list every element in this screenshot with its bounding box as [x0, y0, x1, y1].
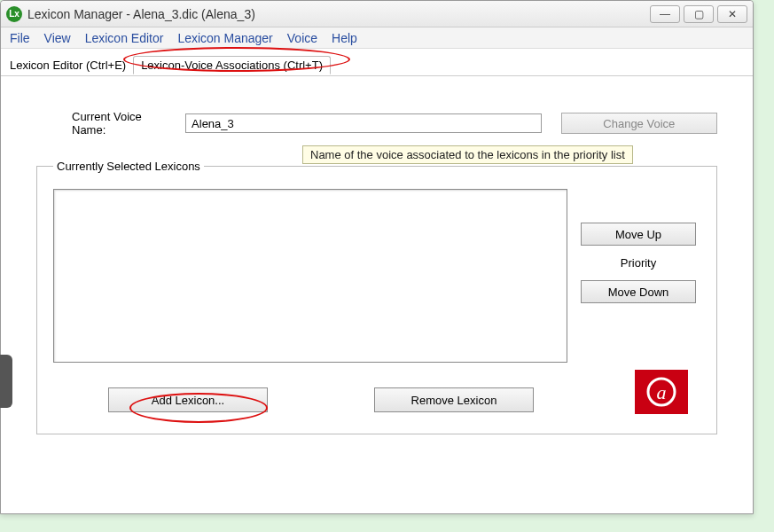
close-button[interactable]: ✕: [717, 5, 747, 23]
menu-lexicon-manager[interactable]: Lexicon Manager: [177, 31, 272, 45]
svg-text:a: a: [657, 381, 667, 403]
move-down-button[interactable]: Move Down: [581, 280, 696, 303]
maximize-button[interactable]: ▢: [684, 5, 714, 23]
lexicon-listbox[interactable]: [53, 189, 567, 363]
remove-lexicon-button[interactable]: Remove Lexicon: [374, 387, 534, 412]
minimize-button[interactable]: —: [650, 5, 680, 23]
brand-logo: a: [635, 370, 688, 414]
app-window: Lx Lexicon Manager - Alena_3.dic (Alena_…: [0, 0, 754, 514]
voice-name-input[interactable]: [185, 113, 541, 133]
menu-lexicon-editor[interactable]: Lexicon Editor: [85, 31, 164, 45]
groupbox-legend: Currently Selected Lexicons: [53, 160, 204, 173]
selected-lexicons-group: Currently Selected Lexicons Move Up Prio…: [36, 160, 717, 434]
tab-row: Lexicon Editor (Ctrl+E) Lexicon-Voice As…: [1, 49, 753, 75]
menu-view[interactable]: View: [44, 31, 71, 45]
at-icon: a: [644, 374, 679, 410]
menu-file[interactable]: File: [10, 31, 30, 45]
titlebar: Lx Lexicon Manager - Alena_3.dic (Alena_…: [1, 1, 753, 27]
priority-label: Priority: [621, 256, 656, 270]
tab-voice-associations[interactable]: Lexicon-Voice Associations (Ctrl+T): [133, 56, 331, 74]
menubar: File View Lexicon Editor Lexicon Manager…: [1, 27, 753, 49]
content-panel: Current Voice Name: Change Voice Name of…: [1, 75, 753, 513]
voice-name-label: Current Voice Name:: [72, 110, 176, 137]
tab-lexicon-editor[interactable]: Lexicon Editor (Ctrl+E): [4, 57, 131, 74]
priority-column: Move Up Priority Move Down: [576, 223, 700, 303]
tooltip: Name of the voice associated to the lexi…: [302, 145, 633, 164]
change-voice-button[interactable]: Change Voice: [561, 113, 717, 134]
window-controls: — ▢ ✕: [650, 5, 747, 23]
docked-side-tab[interactable]: [0, 355, 12, 408]
voice-name-row: Current Voice Name: Change Voice: [72, 110, 717, 137]
window-title: Lexicon Manager - Alena_3.dic (Alena_3): [27, 7, 650, 21]
menu-voice[interactable]: Voice: [287, 31, 317, 45]
bottom-button-row: Add Lexicon... Remove Lexicon: [108, 387, 534, 412]
app-icon: Lx: [6, 6, 22, 22]
add-lexicon-button[interactable]: Add Lexicon...: [108, 387, 268, 412]
menu-help[interactable]: Help: [332, 31, 357, 45]
move-up-button[interactable]: Move Up: [581, 223, 696, 246]
